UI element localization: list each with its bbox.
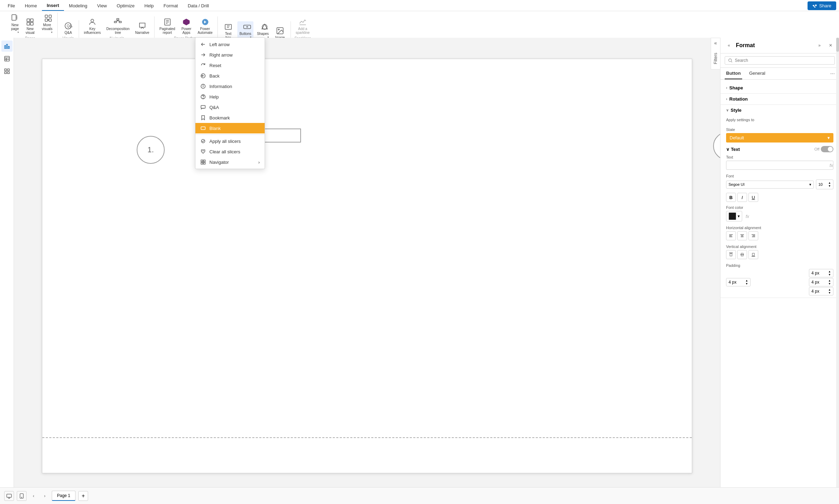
- bold-button[interactable]: B: [726, 193, 736, 202]
- v-align-label: Vertical alignment: [726, 244, 833, 249]
- qa-button[interactable]: Q&A Q&A: [60, 20, 76, 36]
- shape-section-header[interactable]: › Shape: [720, 82, 839, 93]
- collapse-panel-button[interactable]: «: [714, 40, 717, 46]
- padding-left-spinner[interactable]: ▲▼: [745, 279, 748, 285]
- dropdown-item-help[interactable]: Help: [195, 92, 265, 102]
- key-influencers-button[interactable]: Keyinfluencers: [82, 16, 103, 36]
- tab-format[interactable]: Format: [159, 1, 183, 10]
- panel-close-button[interactable]: ✕: [826, 41, 835, 50]
- padding-bottom-spinner[interactable]: ▲▼: [828, 288, 831, 294]
- format-search-box[interactable]: [725, 56, 835, 65]
- font-family-select[interactable]: Segoe UI ▾: [726, 181, 814, 189]
- tab-general[interactable]: General: [748, 68, 767, 79]
- format-search-input[interactable]: [735, 58, 832, 63]
- font-size-arrows: ▲▼: [828, 181, 831, 188]
- font-color-fx[interactable]: fx: [746, 214, 749, 219]
- tab-data-drill[interactable]: Data / Drill: [183, 1, 214, 10]
- canvas-button-element[interactable]: [259, 129, 301, 143]
- v-align-middle-button[interactable]: [737, 250, 747, 259]
- tab-insert[interactable]: Insert: [42, 1, 64, 11]
- h-align-left-button[interactable]: [726, 231, 736, 240]
- tab-modeling[interactable]: Modeling: [64, 1, 92, 10]
- fx-button[interactable]: fx: [830, 163, 833, 168]
- tab-optimize[interactable]: Optimize: [112, 1, 139, 10]
- reset-icon: [200, 63, 206, 68]
- style-chevron: ∨: [726, 108, 729, 112]
- power-automate-button[interactable]: PowerAutomate: [195, 16, 215, 36]
- next-page-button[interactable]: ›: [41, 492, 49, 500]
- grid-sidebar-icon[interactable]: [1, 66, 13, 77]
- dropdown-item-bookmark[interactable]: Bookmark: [195, 112, 265, 123]
- add-page-button[interactable]: +: [78, 491, 88, 501]
- page-1-tab[interactable]: Page 1: [52, 491, 76, 501]
- svg-rect-10: [45, 19, 48, 21]
- power-apps-button[interactable]: PowerApps: [179, 16, 194, 36]
- dropdown-item-back[interactable]: Back: [195, 71, 265, 81]
- padding-bottom-value: 4 px: [811, 289, 819, 294]
- svg-rect-86: [7, 494, 11, 497]
- canvas-page[interactable]: 1. • • •: [42, 59, 692, 473]
- v-align-top-button[interactable]: [726, 250, 736, 259]
- h-align-center-button[interactable]: [737, 231, 747, 240]
- underline-button[interactable]: U: [748, 193, 758, 202]
- padding-top-input[interactable]: 4 px ▲▼: [809, 269, 833, 277]
- tablet-view-button[interactable]: [17, 491, 27, 501]
- decomp-tree-button[interactable]: Decompositiontree: [104, 16, 131, 36]
- svg-rect-81: [730, 254, 732, 256]
- dropdown-item-qa[interactable]: Q&A: [195, 102, 265, 112]
- dropdown-item-navigator[interactable]: Navigator ›: [195, 157, 265, 167]
- tab-button[interactable]: Button: [725, 68, 742, 79]
- dropdown-item-reset[interactable]: Reset: [195, 60, 265, 71]
- dropdown-item-apply-slicers[interactable]: Apply all slicers: [195, 136, 265, 146]
- font-color-picker[interactable]: ▾: [726, 211, 742, 221]
- dropdown-item-left-arrow[interactable]: Left arrow: [195, 39, 265, 50]
- style-section-header[interactable]: ∨ Style: [720, 105, 839, 116]
- font-color-arrow: ▾: [738, 214, 740, 219]
- right-scrollbar-thumb[interactable]: [836, 38, 839, 52]
- padding-right-input[interactable]: 4 px ▲▼: [809, 278, 833, 286]
- text-toggle[interactable]: [821, 146, 833, 152]
- table-sidebar-icon[interactable]: [1, 53, 13, 64]
- dropdown-item-right-arrow[interactable]: Right arrow: [195, 50, 265, 60]
- clear-slicers-label: Clear all slicers: [209, 149, 240, 154]
- svg-point-90: [21, 497, 22, 497]
- new-page-button[interactable]: Newpage ▾: [6, 13, 21, 36]
- font-size-input[interactable]: 10 ▲▼: [816, 180, 833, 189]
- dropdown-item-blank[interactable]: Blank: [195, 123, 265, 133]
- padding-left-input[interactable]: 4 px ▲▼: [726, 278, 751, 286]
- h-align-right-button[interactable]: [748, 231, 758, 240]
- tab-home[interactable]: Home: [20, 1, 42, 10]
- tab-view[interactable]: View: [92, 1, 112, 10]
- more-visuals-button[interactable]: Morevisuals ▾: [39, 13, 55, 36]
- tab-file[interactable]: File: [3, 1, 20, 10]
- dropdown-item-clear-slicers[interactable]: Clear all slicers: [195, 146, 265, 157]
- tab-help[interactable]: Help: [139, 1, 159, 10]
- panel-more-button[interactable]: ···: [830, 71, 835, 77]
- italic-button[interactable]: I: [737, 193, 747, 202]
- phone-view-button[interactable]: [4, 491, 14, 501]
- padding-right-spinner[interactable]: ▲▼: [828, 279, 831, 285]
- padding-bottom-input[interactable]: 4 px ▲▼: [809, 287, 833, 295]
- prev-page-button[interactable]: ‹: [29, 492, 38, 500]
- svg-line-21: [115, 21, 118, 21]
- panel-expand-button[interactable]: »: [815, 41, 824, 50]
- dropdown-item-information[interactable]: Information: [195, 81, 265, 92]
- add-sparkline-button[interactable]: Add asparkline: [294, 16, 312, 36]
- navigator-icon: [200, 159, 206, 165]
- bar-chart-sidebar-icon[interactable]: [1, 41, 13, 52]
- paginated-report-button[interactable]: Paginatedreport: [157, 16, 177, 36]
- rotation-section-header[interactable]: › Rotation: [720, 94, 839, 104]
- svg-rect-47: [5, 69, 6, 71]
- padding-top-spinner[interactable]: ▲▼: [828, 270, 831, 276]
- share-button[interactable]: Share: [808, 1, 836, 10]
- v-align-bottom-button[interactable]: [748, 250, 758, 259]
- new-visual-button[interactable]: Newvisual: [22, 16, 38, 36]
- right-scrollbar[interactable]: [836, 38, 839, 504]
- panel-collapse-button[interactable]: «: [725, 41, 733, 50]
- ribbon-tab-bar: File Home Insert Modeling View Optimize …: [0, 0, 839, 11]
- information-icon: [200, 83, 206, 89]
- canvas-area[interactable]: 1. • • • 2.: [14, 38, 720, 487]
- state-dropdown[interactable]: Default ▾: [726, 133, 833, 143]
- narrative-button[interactable]: Narrative: [133, 20, 152, 36]
- filters-tab-button[interactable]: Filters: [712, 50, 719, 67]
